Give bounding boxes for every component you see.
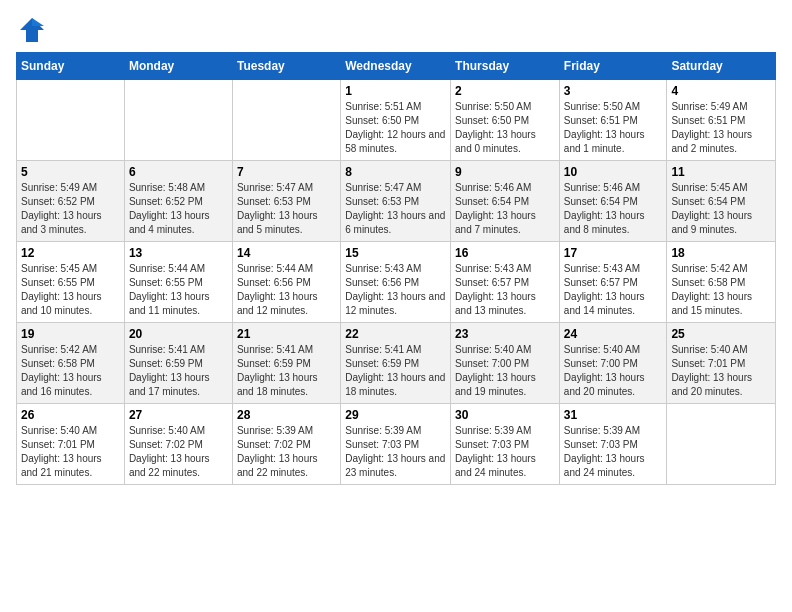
weekday-header-row: SundayMondayTuesdayWednesdayThursdayFrid… <box>17 53 776 80</box>
day-info: Sunrise: 5:48 AMSunset: 6:52 PMDaylight:… <box>129 181 228 237</box>
logo-icon <box>18 16 46 44</box>
calendar-week-row: 12Sunrise: 5:45 AMSunset: 6:55 PMDayligh… <box>17 242 776 323</box>
calendar-cell: 21Sunrise: 5:41 AMSunset: 6:59 PMDayligh… <box>232 323 340 404</box>
calendar-cell: 8Sunrise: 5:47 AMSunset: 6:53 PMDaylight… <box>341 161 451 242</box>
day-number: 31 <box>564 408 663 422</box>
calendar-cell: 23Sunrise: 5:40 AMSunset: 7:00 PMDayligh… <box>451 323 560 404</box>
day-info: Sunrise: 5:39 AMSunset: 7:03 PMDaylight:… <box>455 424 555 480</box>
weekday-header: Friday <box>559 53 667 80</box>
page-header <box>16 16 776 44</box>
day-number: 30 <box>455 408 555 422</box>
calendar-cell: 2Sunrise: 5:50 AMSunset: 6:50 PMDaylight… <box>451 80 560 161</box>
calendar-cell: 14Sunrise: 5:44 AMSunset: 6:56 PMDayligh… <box>232 242 340 323</box>
day-info: Sunrise: 5:50 AMSunset: 6:51 PMDaylight:… <box>564 100 663 156</box>
day-number: 6 <box>129 165 228 179</box>
day-number: 10 <box>564 165 663 179</box>
calendar-cell: 12Sunrise: 5:45 AMSunset: 6:55 PMDayligh… <box>17 242 125 323</box>
calendar-cell: 15Sunrise: 5:43 AMSunset: 6:56 PMDayligh… <box>341 242 451 323</box>
calendar-cell: 9Sunrise: 5:46 AMSunset: 6:54 PMDaylight… <box>451 161 560 242</box>
calendar-cell: 30Sunrise: 5:39 AMSunset: 7:03 PMDayligh… <box>451 404 560 485</box>
calendar-cell: 19Sunrise: 5:42 AMSunset: 6:58 PMDayligh… <box>17 323 125 404</box>
calendar-cell: 13Sunrise: 5:44 AMSunset: 6:55 PMDayligh… <box>124 242 232 323</box>
calendar-cell: 28Sunrise: 5:39 AMSunset: 7:02 PMDayligh… <box>232 404 340 485</box>
day-info: Sunrise: 5:43 AMSunset: 6:56 PMDaylight:… <box>345 262 446 318</box>
day-info: Sunrise: 5:44 AMSunset: 6:55 PMDaylight:… <box>129 262 228 318</box>
day-info: Sunrise: 5:45 AMSunset: 6:54 PMDaylight:… <box>671 181 771 237</box>
weekday-header: Tuesday <box>232 53 340 80</box>
calendar-cell: 27Sunrise: 5:40 AMSunset: 7:02 PMDayligh… <box>124 404 232 485</box>
day-number: 29 <box>345 408 446 422</box>
day-number: 21 <box>237 327 336 341</box>
day-number: 14 <box>237 246 336 260</box>
day-number: 18 <box>671 246 771 260</box>
day-number: 1 <box>345 84 446 98</box>
day-info: Sunrise: 5:39 AMSunset: 7:03 PMDaylight:… <box>345 424 446 480</box>
day-info: Sunrise: 5:40 AMSunset: 7:00 PMDaylight:… <box>564 343 663 399</box>
calendar-cell: 7Sunrise: 5:47 AMSunset: 6:53 PMDaylight… <box>232 161 340 242</box>
calendar-table: SundayMondayTuesdayWednesdayThursdayFrid… <box>16 52 776 485</box>
calendar-cell: 1Sunrise: 5:51 AMSunset: 6:50 PMDaylight… <box>341 80 451 161</box>
day-number: 28 <box>237 408 336 422</box>
day-number: 12 <box>21 246 120 260</box>
day-info: Sunrise: 5:47 AMSunset: 6:53 PMDaylight:… <box>345 181 446 237</box>
calendar-week-row: 1Sunrise: 5:51 AMSunset: 6:50 PMDaylight… <box>17 80 776 161</box>
weekday-header: Wednesday <box>341 53 451 80</box>
calendar-cell: 24Sunrise: 5:40 AMSunset: 7:00 PMDayligh… <box>559 323 667 404</box>
weekday-header: Saturday <box>667 53 776 80</box>
day-number: 3 <box>564 84 663 98</box>
calendar-cell: 25Sunrise: 5:40 AMSunset: 7:01 PMDayligh… <box>667 323 776 404</box>
day-number: 19 <box>21 327 120 341</box>
day-number: 25 <box>671 327 771 341</box>
day-info: Sunrise: 5:51 AMSunset: 6:50 PMDaylight:… <box>345 100 446 156</box>
day-info: Sunrise: 5:39 AMSunset: 7:02 PMDaylight:… <box>237 424 336 480</box>
calendar-cell <box>232 80 340 161</box>
day-number: 5 <box>21 165 120 179</box>
day-number: 24 <box>564 327 663 341</box>
day-info: Sunrise: 5:40 AMSunset: 7:01 PMDaylight:… <box>671 343 771 399</box>
day-info: Sunrise: 5:42 AMSunset: 6:58 PMDaylight:… <box>671 262 771 318</box>
calendar-cell: 11Sunrise: 5:45 AMSunset: 6:54 PMDayligh… <box>667 161 776 242</box>
day-info: Sunrise: 5:40 AMSunset: 7:01 PMDaylight:… <box>21 424 120 480</box>
day-number: 13 <box>129 246 228 260</box>
day-info: Sunrise: 5:49 AMSunset: 6:52 PMDaylight:… <box>21 181 120 237</box>
calendar-cell: 22Sunrise: 5:41 AMSunset: 6:59 PMDayligh… <box>341 323 451 404</box>
day-number: 4 <box>671 84 771 98</box>
calendar-cell: 17Sunrise: 5:43 AMSunset: 6:57 PMDayligh… <box>559 242 667 323</box>
day-number: 15 <box>345 246 446 260</box>
day-number: 8 <box>345 165 446 179</box>
calendar-cell: 10Sunrise: 5:46 AMSunset: 6:54 PMDayligh… <box>559 161 667 242</box>
svg-marker-1 <box>32 18 44 26</box>
day-info: Sunrise: 5:41 AMSunset: 6:59 PMDaylight:… <box>345 343 446 399</box>
day-info: Sunrise: 5:47 AMSunset: 6:53 PMDaylight:… <box>237 181 336 237</box>
day-number: 7 <box>237 165 336 179</box>
calendar-cell: 20Sunrise: 5:41 AMSunset: 6:59 PMDayligh… <box>124 323 232 404</box>
calendar-cell: 3Sunrise: 5:50 AMSunset: 6:51 PMDaylight… <box>559 80 667 161</box>
day-number: 20 <box>129 327 228 341</box>
day-info: Sunrise: 5:46 AMSunset: 6:54 PMDaylight:… <box>455 181 555 237</box>
day-number: 11 <box>671 165 771 179</box>
day-info: Sunrise: 5:45 AMSunset: 6:55 PMDaylight:… <box>21 262 120 318</box>
calendar-cell <box>667 404 776 485</box>
calendar-cell: 4Sunrise: 5:49 AMSunset: 6:51 PMDaylight… <box>667 80 776 161</box>
calendar-cell: 26Sunrise: 5:40 AMSunset: 7:01 PMDayligh… <box>17 404 125 485</box>
day-info: Sunrise: 5:40 AMSunset: 7:02 PMDaylight:… <box>129 424 228 480</box>
day-number: 9 <box>455 165 555 179</box>
day-number: 27 <box>129 408 228 422</box>
logo <box>16 16 46 44</box>
day-info: Sunrise: 5:44 AMSunset: 6:56 PMDaylight:… <box>237 262 336 318</box>
calendar-cell: 29Sunrise: 5:39 AMSunset: 7:03 PMDayligh… <box>341 404 451 485</box>
calendar-cell: 16Sunrise: 5:43 AMSunset: 6:57 PMDayligh… <box>451 242 560 323</box>
day-number: 26 <box>21 408 120 422</box>
day-info: Sunrise: 5:49 AMSunset: 6:51 PMDaylight:… <box>671 100 771 156</box>
day-number: 22 <box>345 327 446 341</box>
day-number: 23 <box>455 327 555 341</box>
day-number: 2 <box>455 84 555 98</box>
day-info: Sunrise: 5:42 AMSunset: 6:58 PMDaylight:… <box>21 343 120 399</box>
calendar-cell: 6Sunrise: 5:48 AMSunset: 6:52 PMDaylight… <box>124 161 232 242</box>
weekday-header: Monday <box>124 53 232 80</box>
day-info: Sunrise: 5:41 AMSunset: 6:59 PMDaylight:… <box>237 343 336 399</box>
day-number: 17 <box>564 246 663 260</box>
calendar-cell <box>17 80 125 161</box>
weekday-header: Sunday <box>17 53 125 80</box>
calendar-cell: 31Sunrise: 5:39 AMSunset: 7:03 PMDayligh… <box>559 404 667 485</box>
